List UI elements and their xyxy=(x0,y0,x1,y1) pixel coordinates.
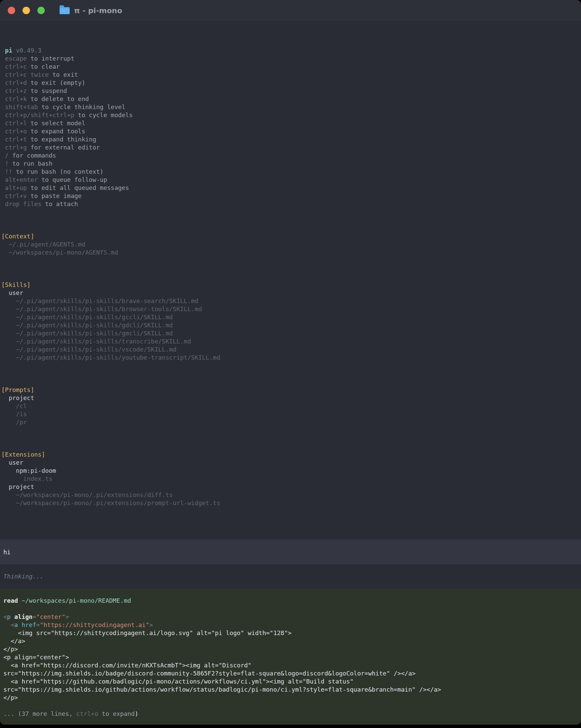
terminal-line: <a href="https://github.com/badlogic/pi-… xyxy=(3,677,578,685)
terminal-line: ~/.pi/agent/skills/pi-skills/youtube-tra… xyxy=(1,354,576,362)
session-log: pi v0.49.3 escape to interrupt ctrl+c to… xyxy=(0,21,581,523)
terminal-line: ctrl+t to expand thinking xyxy=(1,135,576,144)
terminal-line: ~/.pi/agent/skills/pi-skills/brave-searc… xyxy=(1,297,576,305)
terminal-line: ctrl+o to expand tools xyxy=(1,127,576,135)
terminal-line: user xyxy=(1,459,576,467)
terminal-line: <a href="https://discord.com/invite/nKXT… xyxy=(3,661,578,669)
terminal-line: alt+up to edit all queued messages xyxy=(1,184,576,192)
terminal-line xyxy=(3,702,578,710)
folder-icon xyxy=(59,7,70,14)
terminal-line: project xyxy=(1,394,576,402)
terminal-line: !! to run bash (no context) xyxy=(1,168,576,176)
terminal-line: escape to interrupt xyxy=(1,55,576,62)
titlebar: π - pi-mono xyxy=(0,0,581,21)
terminal-line: ctrl+z to suspend xyxy=(1,87,576,95)
terminal-line: index.ts xyxy=(1,475,576,483)
terminal-line: <p align="center"> xyxy=(3,613,578,621)
terminal-line: /is xyxy=(1,410,576,418)
terminal-line: [Prompts] xyxy=(1,386,576,394)
terminal-line: [Extensions] xyxy=(1,450,576,459)
terminal-line: npm:pi-doom xyxy=(1,467,576,475)
terminal-line: pi v0.49.3 xyxy=(1,47,576,55)
terminal-line: ctrl+c to clear xyxy=(1,62,576,71)
terminal-line: ... (37 more lines, ctrl+o to expand) xyxy=(3,710,578,718)
terminal-line: shift+tab to cycle thinking level xyxy=(1,103,576,111)
terminal-line: </p> xyxy=(3,645,578,653)
terminal-line: ctrl+g for external editor xyxy=(1,144,576,152)
terminal-line: ~/.pi/agent/skills/pi-skills/transcribe/… xyxy=(1,337,576,345)
terminal-line: [Context] xyxy=(1,232,576,240)
terminal-line: drop files to attach xyxy=(1,200,576,208)
terminal-line: </a> xyxy=(3,637,578,645)
help-shortcuts: pi v0.49.3 escape to interrupt ctrl+c to… xyxy=(1,47,576,208)
traffic-lights xyxy=(8,7,45,14)
terminal-line: [Skills] xyxy=(1,281,576,289)
terminal-line: <img src="https://shittycodingagent.ai/l… xyxy=(3,629,578,637)
terminal-line: read ~/workspaces/pi-mono/README.md xyxy=(3,597,578,605)
terminal-line: ! to run bash xyxy=(1,160,576,168)
terminal-line: ctrl+p/shift+ctrl+p to cycle models xyxy=(1,111,576,119)
terminal-line: ~/.pi/agent/skills/pi-skills/vscode/SKIL… xyxy=(1,345,576,354)
terminal-line: ~/workspaces/pi-mono/.pi/extensions/diff… xyxy=(1,491,576,499)
terminal-line: /pr xyxy=(1,418,576,426)
terminal-line: src="https://img.shields.io/badge/discor… xyxy=(3,669,578,677)
terminal-line: ctrl+v to paste image xyxy=(1,192,576,200)
terminal-line: alt+enter to queue follow-up xyxy=(1,176,576,184)
terminal-line: ~/.pi/agent/skills/pi-skills/gdcli/SKILL… xyxy=(1,321,576,329)
user-message-text: hi xyxy=(3,548,11,555)
terminal-line: ~/.pi/agent/AGENTS.md xyxy=(1,240,576,249)
terminal-line: ctrl+l to select model xyxy=(1,119,576,127)
terminal-line: ~/.pi/agent/skills/pi-skills/gccli/SKILL… xyxy=(1,313,576,321)
terminal-line: ctrl+k to delete to end xyxy=(1,95,576,103)
terminal-line: </p> xyxy=(3,694,578,702)
terminal-line: <p align="center"> xyxy=(3,653,578,661)
terminal-line: user xyxy=(1,289,576,297)
thinking-indicator: Thinking... xyxy=(0,572,581,580)
terminal-line: / for commands xyxy=(1,152,576,160)
terminal-line: /cl xyxy=(1,402,576,410)
context-section: [Context] ~/.pi/agent/AGENTS.md ~/worksp… xyxy=(1,232,576,257)
skills-section: [Skills] user ~/.pi/agent/skills/pi-skil… xyxy=(1,281,576,362)
prompts-section: [Prompts] project /cl /is /pr xyxy=(1,386,576,426)
terminal-line: <a href="https://shittycodingagent.ai"> xyxy=(3,621,578,629)
terminal-line: project xyxy=(1,483,576,491)
terminal-line: ~/.pi/agent/skills/pi-skills/browser-too… xyxy=(1,305,576,313)
window-title: π - pi-mono xyxy=(74,6,122,15)
terminal-line xyxy=(3,605,578,613)
user-message: hi xyxy=(0,540,581,564)
terminal-line: ctrl+d to exit (empty) xyxy=(1,79,576,87)
terminal-line: ~/workspaces/pi-mono/AGENTS.md xyxy=(1,249,576,257)
close-button[interactable] xyxy=(8,7,15,14)
terminal-line: ~/workspaces/pi-mono/.pi/extensions/prom… xyxy=(1,499,576,507)
tool-call-read: read ~/workspaces/pi-mono/README.md <p a… xyxy=(0,589,581,725)
terminal-line: ~/.pi/agent/skills/pi-skills/gmcli/SKILL… xyxy=(1,329,576,337)
terminal-window: π - pi-mono pi v0.49.3 escape to interru… xyxy=(0,0,581,725)
minimize-button[interactable] xyxy=(23,7,30,14)
zoom-button[interactable] xyxy=(37,7,45,14)
terminal-line: ctrl+c twice to exit xyxy=(1,71,576,79)
extensions-section: [Extensions] user npm:pi-doom index.ts p… xyxy=(1,450,576,507)
terminal-line: src="https://img.shields.io/github/actio… xyxy=(3,685,578,694)
